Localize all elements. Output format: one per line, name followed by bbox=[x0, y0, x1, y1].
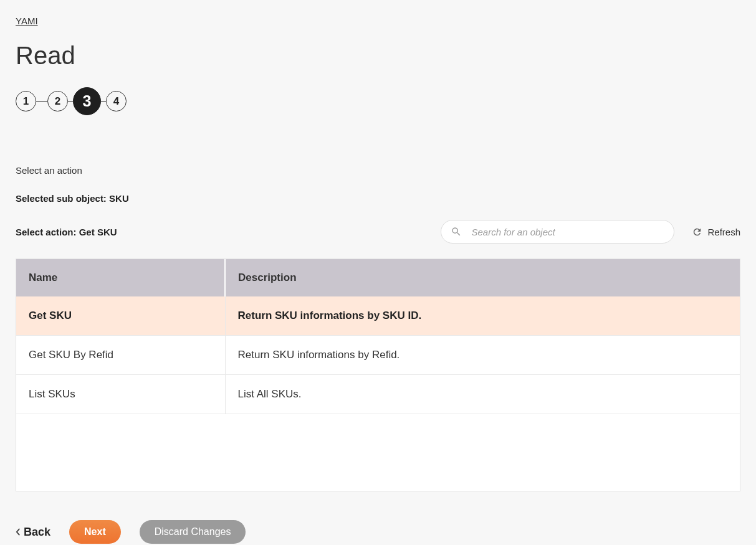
search-icon bbox=[451, 226, 462, 237]
instruction-text: Select an action bbox=[16, 165, 740, 176]
search-input[interactable] bbox=[441, 220, 674, 244]
sub-object-value: SKU bbox=[109, 193, 129, 204]
cell-name: List SKUs bbox=[16, 375, 225, 414]
select-action-text: Select action: Get SKU bbox=[16, 227, 117, 237]
step-1[interactable]: 1 bbox=[16, 91, 36, 111]
stepper: 1 2 3 4 bbox=[16, 87, 740, 115]
back-label: Back bbox=[24, 526, 50, 539]
step-3[interactable]: 3 bbox=[73, 87, 101, 115]
step-2[interactable]: 2 bbox=[47, 91, 68, 111]
refresh-button[interactable]: Refresh bbox=[692, 227, 740, 237]
step-connector bbox=[36, 101, 47, 102]
cell-description: Return SKU informations by Refid. bbox=[225, 336, 740, 375]
selected-sub-object: Selected sub object: SKU bbox=[16, 193, 740, 204]
step-connector bbox=[68, 101, 73, 102]
action-table: Name Description Get SKU Return SKU info… bbox=[16, 259, 740, 414]
cell-description: List All SKUs. bbox=[225, 375, 740, 414]
select-action-value: Get SKU bbox=[79, 227, 117, 237]
action-table-container: Name Description Get SKU Return SKU info… bbox=[16, 258, 740, 491]
cell-description: Return SKU informations by SKU ID. bbox=[225, 296, 740, 336]
search-wrap bbox=[441, 220, 674, 244]
page-title: Read bbox=[16, 42, 740, 70]
table-row[interactable]: Get SKU By Refid Return SKU informations… bbox=[16, 336, 740, 375]
chevron-left-icon bbox=[16, 528, 21, 536]
sub-object-label: Selected sub object: bbox=[16, 193, 109, 204]
col-header-name: Name bbox=[16, 259, 225, 296]
breadcrumb-link[interactable]: YAMI bbox=[16, 16, 38, 26]
cell-name: Get SKU bbox=[16, 296, 225, 336]
refresh-icon bbox=[692, 227, 702, 237]
refresh-label: Refresh bbox=[707, 227, 740, 237]
table-row[interactable]: Get SKU Return SKU informations by SKU I… bbox=[16, 296, 740, 336]
next-button[interactable]: Next bbox=[69, 520, 121, 544]
step-4[interactable]: 4 bbox=[106, 91, 127, 111]
action-right-controls: Refresh bbox=[441, 220, 740, 244]
discard-button[interactable]: Discard Changes bbox=[140, 520, 246, 544]
cell-name: Get SKU By Refid bbox=[16, 336, 225, 375]
footer-buttons: Back Next Discard Changes bbox=[16, 520, 740, 544]
col-header-description: Description bbox=[225, 259, 740, 296]
select-action-label: Select action: bbox=[16, 227, 79, 237]
table-row[interactable]: List SKUs List All SKUs. bbox=[16, 375, 740, 414]
back-button[interactable]: Back bbox=[16, 526, 50, 539]
action-row: Select action: Get SKU Refresh bbox=[16, 220, 740, 244]
step-connector bbox=[101, 101, 106, 102]
table-header-row: Name Description bbox=[16, 259, 740, 296]
